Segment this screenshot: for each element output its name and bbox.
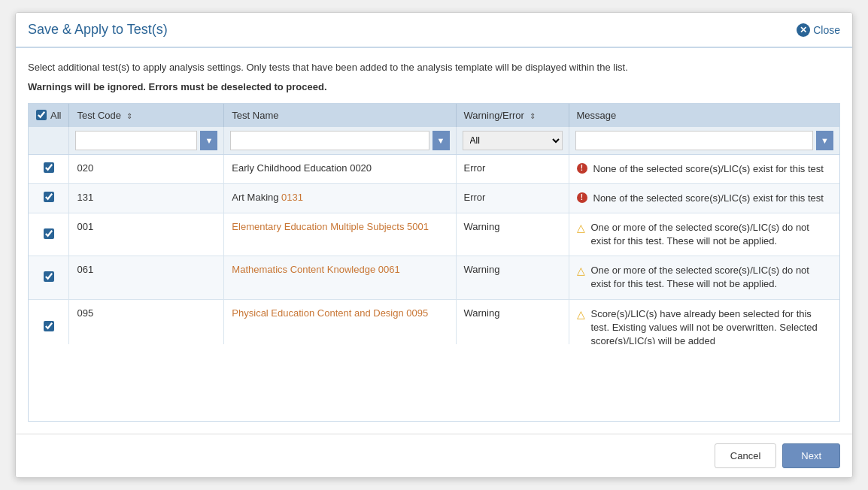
table-body: 020 Early Childhood Education 0020 Error…	[29, 154, 839, 344]
table-scroll-area: All Test Code ⇕ Test Name War	[29, 104, 839, 344]
row5-warning-icon: △	[577, 307, 585, 322]
filter-cell-warnerr: All Warning Error	[456, 127, 569, 155]
row2-checkbox-cell	[29, 183, 69, 213]
col-warnerr-label: Warning/Error	[464, 110, 524, 121]
row1-checkbox-cell	[29, 154, 69, 183]
filter-cell-checkbox	[29, 127, 69, 155]
row4-message: △ One or more of the selected score(s)/L…	[569, 256, 839, 299]
row3-testname: Elementary Education Multiple Subjects 5…	[224, 213, 456, 256]
row5-checkbox-cell	[29, 299, 69, 343]
testcode-filter-button[interactable]: ▼	[200, 131, 217, 150]
warning-note: Warnings will be ignored. Errors must be…	[28, 81, 840, 92]
filter-cell-testname: ▼	[224, 127, 456, 155]
row3-message: △ One or more of the selected score(s)/L…	[569, 213, 839, 256]
message-filter-input[interactable]	[575, 131, 814, 150]
testname-filter-input[interactable]	[230, 131, 429, 150]
col-header-warnerr: Warning/Error ⇕	[456, 104, 569, 127]
col-header-testcode: Test Code ⇕	[69, 104, 224, 127]
row2-message-content: ! None of the selected score(s)/LIC(s) e…	[577, 192, 833, 205]
row1-message: ! None of the selected score(s)/LIC(s) e…	[569, 154, 839, 183]
table-row: 131 Art Making 0131 Error ! None of the …	[29, 183, 839, 213]
tests-table: All Test Code ⇕ Test Name War	[29, 104, 839, 344]
row5-testname: Physical Education Content and Design 00…	[224, 299, 456, 343]
row4-testname: Mathematics Content Knowledge 0061	[224, 256, 456, 299]
select-all-checkbox[interactable]	[36, 110, 47, 120]
row3-warning-icon: △	[577, 221, 585, 236]
table-row: 095 Physical Education Content and Desig…	[29, 299, 839, 343]
next-button[interactable]: Next	[782, 443, 840, 468]
col-testcode-label: Test Code	[77, 110, 121, 121]
row3-checkbox-cell	[29, 213, 69, 256]
table-row: 001 Elementary Education Multiple Subjec…	[29, 213, 839, 256]
row2-checkbox[interactable]	[44, 192, 54, 202]
table-row: 020 Early Childhood Education 0020 Error…	[29, 154, 839, 183]
testcode-sort-icon[interactable]: ⇕	[126, 112, 132, 120]
table-row: 061 Mathematics Content Knowledge 0061 W…	[29, 256, 839, 299]
row2-testname: Art Making 0131	[224, 183, 456, 213]
filter-row: ▼ ▼	[29, 127, 839, 155]
row1-checkbox[interactable]	[44, 162, 54, 173]
row4-warning-icon: △	[577, 264, 585, 279]
all-label: All	[50, 110, 61, 121]
warnerr-sort-icon[interactable]: ⇕	[530, 112, 536, 120]
testname-filter-button[interactable]: ▼	[432, 131, 450, 150]
row1-message-content: ! None of the selected score(s)/LIC(s) e…	[577, 162, 833, 176]
col-header-message: Message	[569, 104, 839, 127]
save-apply-modal: Save & Apply to Test(s) ✕ Close Select a…	[15, 12, 853, 478]
row2-error-icon: !	[577, 192, 587, 203]
row5-warnerr: Warning	[456, 299, 569, 343]
close-icon: ✕	[797, 23, 810, 37]
row1-error-icon: !	[577, 163, 587, 174]
row3-message-text: One or more of the selected score(s)/LIC…	[591, 221, 833, 248]
row1-testcode: 020	[69, 154, 224, 183]
row2-message: ! None of the selected score(s)/LIC(s) e…	[569, 183, 839, 213]
row4-checkbox[interactable]	[44, 271, 54, 282]
description-text: Select additional test(s) to apply analy…	[28, 60, 840, 75]
table-header: All Test Code ⇕ Test Name War	[29, 104, 839, 155]
row4-warnerr: Warning	[456, 256, 569, 299]
column-header-row: All Test Code ⇕ Test Name War	[29, 104, 839, 127]
row4-checkbox-cell	[29, 256, 69, 299]
row5-testcode: 095	[69, 299, 224, 343]
row3-message-content: △ One or more of the selected score(s)/L…	[577, 221, 833, 248]
message-filter-button[interactable]: ▼	[816, 131, 833, 150]
all-checkbox-container: All	[36, 110, 61, 121]
table-container: All Test Code ⇕ Test Name War	[28, 103, 840, 422]
filter-cell-message: ▼	[569, 127, 839, 155]
row5-message: △ Score(s)/LIC(s) have already been sele…	[569, 299, 839, 343]
row3-testname-link[interactable]: Elementary Education Multiple Subjects 5…	[232, 221, 429, 232]
row5-message-content: △ Score(s)/LIC(s) have already been sele…	[577, 307, 833, 344]
modal-body: Select additional test(s) to apply analy…	[16, 48, 852, 434]
row5-checkbox[interactable]	[44, 321, 54, 331]
close-label: Close	[813, 24, 840, 36]
testname-filter-group: ▼	[230, 131, 449, 150]
row2-message-text: None of the selected score(s)/LIC(s) exi…	[593, 192, 824, 205]
row5-message-text: Score(s)/LIC(s) have already been select…	[591, 307, 833, 344]
row1-warnerr: Error	[456, 154, 569, 183]
row4-testname-link[interactable]: Mathematics Content Knowledge 0061	[232, 264, 399, 275]
col-header-checkbox: All	[29, 104, 69, 127]
col-testname-label: Test Name	[232, 110, 278, 121]
cancel-button[interactable]: Cancel	[715, 443, 776, 468]
close-button[interactable]: ✕ Close	[797, 23, 840, 37]
row2-testcode: 131	[69, 183, 224, 213]
modal-title: Save & Apply to Test(s)	[28, 22, 168, 38]
row3-testcode: 001	[69, 213, 224, 256]
filter-cell-testcode: ▼	[69, 127, 224, 155]
testcode-filter-input[interactable]	[75, 131, 197, 150]
row4-message-content: △ One or more of the selected score(s)/L…	[577, 264, 833, 291]
row2-testname-link[interactable]: 0131	[281, 192, 303, 203]
row3-warnerr: Warning	[456, 213, 569, 256]
row1-message-text: None of the selected score(s)/LIC(s) exi…	[593, 162, 824, 176]
testcode-filter-group: ▼	[75, 131, 217, 150]
row5-testname-link[interactable]: Physical Education Content and Design 00…	[232, 307, 428, 319]
row1-testname: Early Childhood Education 0020	[224, 154, 456, 183]
row2-warnerr: Error	[456, 183, 569, 213]
warnerr-filter-select[interactable]: All Warning Error	[463, 131, 563, 150]
col-message-label: Message	[577, 110, 617, 121]
message-filter-group: ▼	[575, 131, 834, 150]
col-header-testname: Test Name	[224, 104, 456, 127]
warnerr-filter-group: All Warning Error	[463, 131, 563, 150]
row3-checkbox[interactable]	[44, 228, 54, 239]
modal-header: Save & Apply to Test(s) ✕ Close	[16, 13, 852, 48]
